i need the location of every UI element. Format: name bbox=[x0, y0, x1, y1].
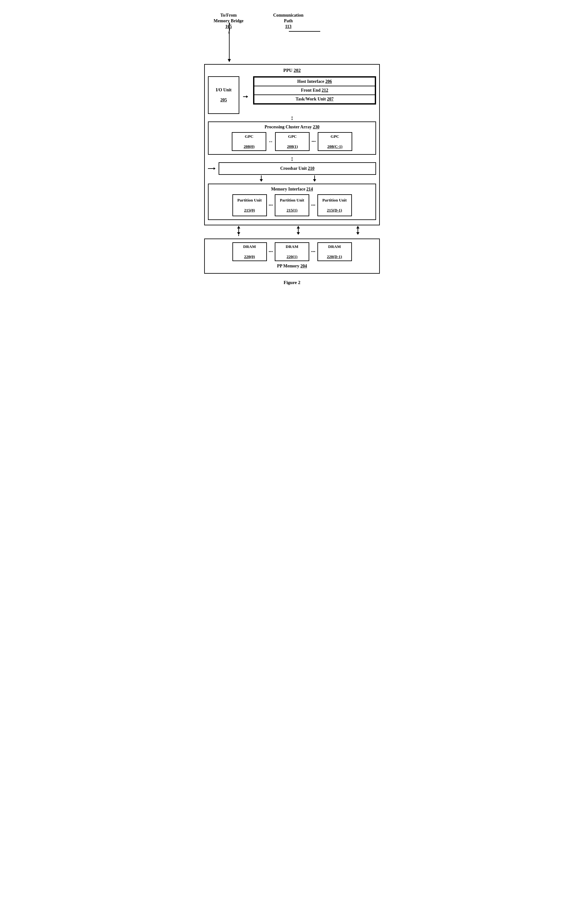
dram-row: DRAM 220(0) ··· DRAM 220(1) ··· DRAM 220… bbox=[207, 242, 377, 261]
pp-memory-label: PP Memory 204 bbox=[207, 264, 377, 269]
svg-marker-20 bbox=[297, 226, 300, 228]
host-interface-box: Host Interface 206 bbox=[254, 77, 375, 86]
svg-marker-5 bbox=[246, 96, 248, 98]
ppu-label: PPU 202 bbox=[208, 68, 376, 73]
svg-marker-1 bbox=[228, 59, 231, 62]
ppu-right: Host Interface 206 Front End 212 Task/Wo… bbox=[253, 76, 376, 114]
dram-dots2: ··· bbox=[311, 249, 316, 255]
svg-marker-9 bbox=[260, 179, 263, 182]
svg-marker-23 bbox=[356, 226, 359, 228]
task-work-box: Task/Work Unit 207 bbox=[254, 94, 375, 104]
dram0-box: DRAM 220(0) bbox=[232, 242, 267, 261]
cluster-array-label: Processing Cluster Array 230 bbox=[211, 125, 373, 130]
io-to-crossbar-arrow bbox=[208, 165, 217, 172]
svg-marker-11 bbox=[313, 179, 316, 182]
svg-marker-15 bbox=[237, 232, 240, 235]
ppu-box: PPU 202 I/O Unit 205 bbox=[204, 64, 380, 225]
crossbar-box: Crossbar Unit 210 bbox=[219, 162, 376, 175]
memory-interface-box: Memory Interface 214 Partition Unit 215(… bbox=[208, 183, 376, 220]
cluster-array-box: Processing Cluster Array 230 GPC 208(0) … bbox=[208, 122, 376, 155]
figure-caption: Figure 2 bbox=[204, 280, 380, 285]
gpc0-box: GPC 208(0) bbox=[232, 132, 266, 151]
crossbar-to-partition-arrows bbox=[233, 175, 351, 183]
page: To/From Memory Bridge 105 Communication … bbox=[195, 6, 389, 298]
partition-dots: ··· bbox=[269, 202, 273, 209]
partition-to-dram-arrows bbox=[211, 226, 373, 236]
partition1-box: Partition Unit 215(1) bbox=[275, 194, 309, 216]
gpc1-box: GPC 208(1) bbox=[275, 132, 309, 151]
gpcN-box: GPC 208(C-1) bbox=[318, 132, 352, 151]
gpc-dots: ··· bbox=[311, 139, 316, 145]
svg-marker-7 bbox=[214, 167, 216, 170]
dram-dots: ··· bbox=[269, 249, 273, 255]
gpc-row: GPC 208(0) ↔ GPC 208(1) ··· GPC 208(C-1) bbox=[211, 132, 373, 151]
svg-marker-17 bbox=[237, 226, 240, 228]
dram-section: DRAM 220(0) ··· DRAM 220(1) ··· DRAM 220… bbox=[204, 239, 380, 274]
arrow-cluster-to-crossbar: ↕ bbox=[208, 155, 376, 162]
dramN-box: DRAM 220(D-1) bbox=[317, 242, 352, 261]
partitionN-box: Partition Unit 215(D-1) bbox=[317, 194, 352, 216]
svg-marker-19 bbox=[297, 232, 300, 235]
memory-interface-label: Memory Interface 214 bbox=[211, 187, 373, 192]
dram1-box: DRAM 220(1) bbox=[275, 242, 309, 261]
gpc0-to-gpc1-arrow: ↔ bbox=[268, 139, 273, 144]
top-arrows-svg bbox=[204, 13, 380, 63]
svg-marker-22 bbox=[356, 232, 359, 235]
arrow-task-to-cluster: ↕ bbox=[208, 114, 376, 122]
partition0-box: Partition Unit 215(0) bbox=[232, 194, 267, 216]
partition-dots2: ··· bbox=[311, 202, 316, 209]
front-end-box: Front End 212 bbox=[254, 86, 375, 95]
io-unit-box: I/O Unit 205 bbox=[208, 76, 239, 114]
io-to-host-arrow bbox=[243, 92, 249, 101]
partition-row: Partition Unit 215(0) ··· Partition Unit… bbox=[211, 194, 373, 216]
